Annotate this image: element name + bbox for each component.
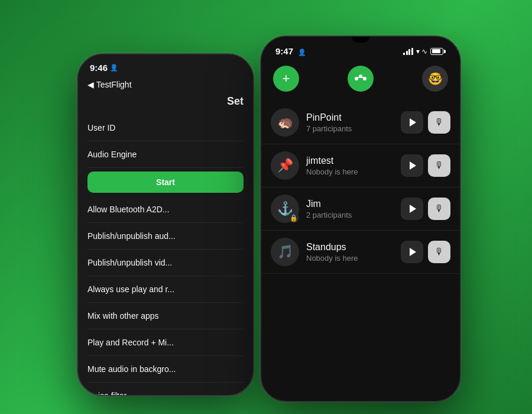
back-button[interactable]: ◀ TestFlight bbox=[87, 80, 244, 89]
room-actions-jim: 🎙 bbox=[401, 198, 450, 220]
room-icon-standups: 🎵 bbox=[271, 238, 299, 266]
time-back: 9:46 bbox=[90, 63, 108, 73]
settings-item-bluetooth[interactable]: Allow Bluetooth A2D... bbox=[87, 196, 244, 223]
phone-settings: 9:46 👤 ◀ TestFlight Set User ID Audio En… bbox=[77, 53, 254, 396]
toolbar: + 🤓 bbox=[261, 61, 460, 101]
room-item-jimtest[interactable]: 📌 jimtest Nobody is here 🎙 bbox=[261, 144, 460, 187]
room-actions-jimtest: 🎙 bbox=[401, 154, 450, 177]
status-icons-front: ▾ ∿ bbox=[403, 47, 446, 56]
mic-icon: 🎙 bbox=[434, 247, 444, 257]
room-info-jim: Jim 2 participants bbox=[306, 199, 394, 219]
settings-title: Set bbox=[78, 95, 253, 115]
room-name-jim: Jim bbox=[306, 199, 394, 209]
back-label: ◀ TestFlight bbox=[87, 80, 132, 89]
play-button-pinpoint[interactable] bbox=[401, 111, 423, 134]
settings-item-always-play[interactable]: Always use play and r... bbox=[87, 276, 244, 303]
room-icon-jim: ⚓ 🔒 bbox=[271, 195, 299, 223]
play-button-standups[interactable] bbox=[401, 241, 423, 263]
room-info-pinpoint: PinPoint 7 participants bbox=[306, 112, 394, 133]
settings-list: User ID Audio Engine Start Allow Bluetoo… bbox=[78, 115, 253, 396]
connect-icon bbox=[354, 75, 367, 83]
status-time-front: 9:47 👤 bbox=[275, 46, 306, 56]
mic-icon: 🎙 bbox=[434, 203, 444, 214]
play-icon bbox=[410, 205, 416, 213]
battery-icon bbox=[430, 48, 446, 55]
settings-item-audio-engine[interactable]: Audio Engine bbox=[87, 141, 244, 168]
play-icon bbox=[410, 161, 416, 170]
settings-item-publish-video[interactable]: Publish/unpublish vid... bbox=[87, 250, 244, 276]
user-avatar[interactable]: 🤓 bbox=[422, 66, 448, 92]
room-item-jim[interactable]: ⚓ 🔒 Jim 2 participants 🎙 bbox=[261, 187, 460, 231]
phones-container: 9:46 👤 ◀ TestFlight Set User ID Audio En… bbox=[59, 24, 473, 390]
room-participants-jimtest: Nobody is here bbox=[306, 167, 394, 176]
mic-button-jim[interactable]: 🎙 bbox=[428, 198, 450, 220]
time-front: 9:47 bbox=[275, 46, 293, 56]
room-item-standups[interactable]: 🎵 Standups Nobody is here 🎙 bbox=[261, 231, 460, 274]
mic-button-jimtest[interactable]: 🎙 bbox=[428, 154, 450, 177]
settings-item-noise-filter[interactable]: Noise filter bbox=[87, 383, 244, 396]
add-room-button[interactable]: + bbox=[273, 66, 299, 92]
mic-button-standups[interactable]: 🎙 bbox=[428, 241, 450, 263]
start-button[interactable]: Start bbox=[87, 172, 244, 193]
room-name-jimtest: jimtest bbox=[306, 156, 394, 166]
mic-icon: 🎙 bbox=[434, 160, 444, 171]
room-info-standups: Standups Nobody is here bbox=[306, 242, 394, 263]
play-icon bbox=[410, 118, 416, 127]
settings-item-user-id[interactable]: User ID bbox=[87, 115, 244, 141]
person-icon-back: 👤 bbox=[110, 64, 118, 72]
room-icon-pinpoint: 🦔 bbox=[271, 108, 299, 137]
room-participants-jim: 2 participants bbox=[306, 211, 394, 219]
connect-button[interactable] bbox=[348, 66, 374, 92]
nav-bar-back: ◀ TestFlight bbox=[78, 77, 253, 95]
status-bar-back: 9:46 👤 bbox=[78, 54, 253, 77]
room-icon-jimtest: 📌 bbox=[271, 151, 299, 180]
settings-item-mute-bg[interactable]: Mute audio in backgro... bbox=[87, 356, 244, 383]
settings-item-mix-apps[interactable]: Mix with other apps bbox=[87, 303, 244, 329]
room-info-jimtest: jimtest Nobody is here bbox=[306, 156, 394, 176]
settings-item-play-record[interactable]: Play and Record + Mi... bbox=[87, 329, 244, 356]
play-icon bbox=[410, 248, 416, 256]
rooms-list: 🦔 PinPoint 7 participants 🎙 bbox=[261, 101, 460, 274]
room-actions-standups: 🎙 bbox=[401, 241, 450, 263]
play-button-jimtest[interactable] bbox=[401, 154, 423, 177]
room-item-pinpoint[interactable]: 🦔 PinPoint 7 participants 🎙 bbox=[261, 101, 460, 144]
wifi-icon: ▾ ∿ bbox=[416, 47, 427, 56]
mic-button-pinpoint[interactable]: 🎙 bbox=[428, 111, 450, 134]
mic-icon: 🎙 bbox=[434, 117, 444, 128]
lock-icon: 🔒 bbox=[288, 212, 299, 223]
settings-item-publish-audio[interactable]: Publish/unpublish aud... bbox=[87, 223, 244, 250]
status-time-back: 9:46 👤 bbox=[90, 63, 118, 73]
room-name-standups: Standups bbox=[306, 242, 394, 253]
person-icon-front: 👤 bbox=[298, 48, 306, 56]
signal-bars-icon bbox=[403, 48, 413, 55]
room-actions-pinpoint: 🎙 bbox=[401, 111, 450, 134]
play-button-jim[interactable] bbox=[401, 198, 423, 220]
phone-rooms: 9:47 👤 ▾ ∿ + bbox=[260, 35, 461, 402]
room-participants-standups: Nobody is here bbox=[306, 254, 394, 263]
room-name-pinpoint: PinPoint bbox=[306, 112, 394, 123]
room-participants-pinpoint: 7 participants bbox=[306, 124, 394, 133]
